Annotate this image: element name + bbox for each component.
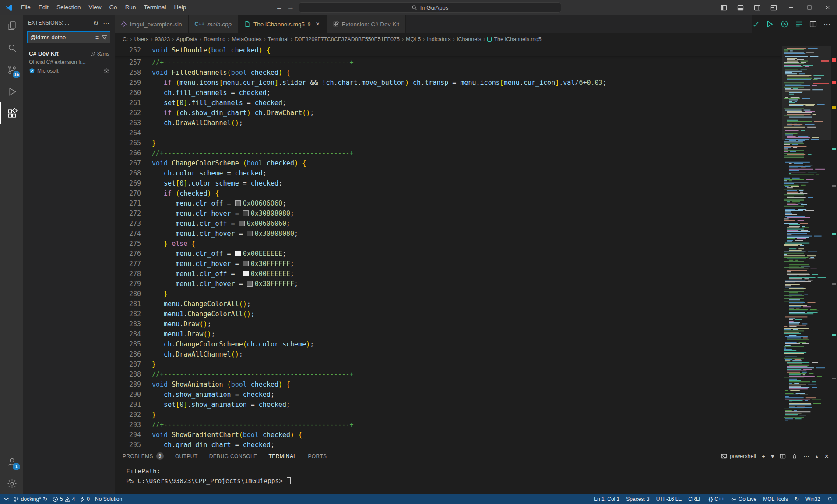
- code-line[interactable]: 288//+----------------------------------…: [115, 370, 782, 380]
- breadcrumb-item[interactable]: MetaQuotes: [232, 36, 261, 42]
- color-swatch[interactable]: [243, 271, 249, 276]
- line-number[interactable]: 288: [115, 370, 141, 380]
- code-editor[interactable]: 252void SetDouble(bool checked) { 257//+…: [115, 45, 837, 448]
- code-line[interactable]: 275 } else {: [115, 239, 782, 249]
- customize-layout-icon[interactable]: [765, 0, 782, 15]
- more-actions-icon[interactable]: ⋯: [803, 453, 809, 459]
- remote-indicator[interactable]: ><: [4, 497, 8, 502]
- notifications-bell[interactable]: [827, 497, 833, 502]
- new-terminal-icon[interactable]: +: [762, 453, 765, 459]
- tab-the-ichannels-mq5[interactable]: The iChannels.mq5 9 ✕: [238, 15, 327, 33]
- code-line[interactable]: 290 ch.show_animation = checked;: [115, 390, 782, 400]
- panel-tab-debug-console[interactable]: DEBUG CONSOLE: [209, 448, 257, 464]
- language-mode[interactable]: { }C++: [709, 496, 724, 502]
- color-swatch[interactable]: [239, 220, 245, 226]
- code-line[interactable]: 268 ch.color_scheme = checked;: [115, 168, 782, 178]
- menu-file[interactable]: File: [17, 0, 35, 15]
- run-circle-icon[interactable]: [781, 20, 788, 28]
- color-swatch[interactable]: [235, 200, 241, 206]
- extension-gear-icon[interactable]: [103, 68, 109, 74]
- line-number[interactable]: 294: [115, 430, 141, 440]
- toggle-secondary-sidebar-icon[interactable]: [749, 0, 765, 15]
- line-number[interactable]: 287: [115, 360, 141, 370]
- platform-indicator[interactable]: Win32: [805, 496, 820, 502]
- code-line[interactable]: 293//+----------------------------------…: [115, 420, 782, 430]
- code-line[interactable]: 261 set[0].fill_channels = checked;: [115, 98, 782, 108]
- code-line[interactable]: 295 ch.grad_din_chart = checked;: [115, 440, 782, 448]
- mql-status-count[interactable]: 0: [80, 496, 90, 502]
- activitybar-run-debug[interactable]: [0, 80, 23, 102]
- code-line[interactable]: 269 set[0].color_scheme = checked;: [115, 178, 782, 189]
- compile-run-icon[interactable]: [766, 20, 774, 28]
- extensions-search[interactable]: ≡: [27, 32, 110, 43]
- line-number[interactable]: 252: [115, 46, 141, 56]
- indentation-indicator[interactable]: Spaces: 3: [626, 496, 649, 502]
- minimize-button[interactable]: [782, 0, 800, 15]
- minimap[interactable]: [782, 45, 831, 448]
- line-number[interactable]: 293: [115, 420, 141, 430]
- line-number[interactable]: 264: [115, 128, 141, 138]
- code-line[interactable]: 262 if (ch.show_din_chart) ch.DrawChart(…: [115, 108, 782, 118]
- split-terminal-icon[interactable]: [780, 453, 786, 459]
- code-line[interactable]: 272 menu.clr_hover = 0x30808080;: [115, 209, 782, 219]
- color-swatch[interactable]: [247, 231, 253, 236]
- toggle-panel-icon[interactable]: [732, 0, 749, 15]
- color-swatch[interactable]: [235, 251, 241, 256]
- more-actions-icon[interactable]: ⋯: [103, 20, 109, 26]
- code-line[interactable]: 289void ShowAnimation (bool checked) {: [115, 380, 782, 390]
- overview-ruler[interactable]: [831, 45, 837, 448]
- breadcrumb-item[interactable]: MQL5: [406, 36, 421, 42]
- breadcrumb-item[interactable]: Terminal: [268, 36, 288, 42]
- code-line[interactable]: 277 menu.clr_hover = 0x30FFFFFF;: [115, 259, 782, 269]
- line-number[interactable]: 289: [115, 380, 141, 390]
- line-number[interactable]: 277: [115, 259, 141, 269]
- line-number[interactable]: 262: [115, 108, 141, 118]
- activitybar-settings[interactable]: [0, 472, 23, 494]
- tab-extension-csharp-dev-kit[interactable]: Extension: C# Dev Kit: [327, 15, 406, 33]
- maximize-panel-icon[interactable]: ▴: [815, 453, 818, 459]
- problems-indicator[interactable]: 5 4: [53, 496, 75, 502]
- code-line[interactable]: 271 menu.clr_off = 0x00606060;: [115, 199, 782, 209]
- code-line[interactable]: 258void FilledChannels(bool checked) {: [115, 68, 782, 78]
- breadcrumb-item[interactable]: 93823: [155, 36, 170, 42]
- line-number[interactable]: 280: [115, 289, 141, 299]
- activitybar-explorer[interactable]: [0, 15, 23, 37]
- line-number[interactable]: 275: [115, 239, 141, 249]
- line-number[interactable]: 292: [115, 410, 141, 420]
- refresh-icon[interactable]: ↻: [93, 20, 98, 26]
- line-number[interactable]: 276: [115, 249, 141, 259]
- activitybar-search[interactable]: [0, 37, 23, 59]
- git-branch-indicator[interactable]: docking* ↻: [14, 496, 47, 502]
- code-line[interactable]: 270 if (checked) {: [115, 189, 782, 199]
- compile-check-icon[interactable]: [752, 20, 760, 28]
- filter-lines-icon[interactable]: ≡: [95, 35, 99, 41]
- code-line[interactable]: 291 set[0].show_animation = checked;: [115, 400, 782, 410]
- line-number[interactable]: 265: [115, 138, 141, 148]
- code-line[interactable]: 278 menu1.clr_off = 0x00EEEEEE;: [115, 269, 782, 279]
- toggle-sidebar-icon[interactable]: [715, 0, 732, 15]
- go-live-button[interactable]: Go Live: [731, 496, 756, 502]
- panel-tab-terminal[interactable]: TERMINAL: [269, 448, 297, 464]
- line-number[interactable]: 272: [115, 209, 141, 219]
- code-line[interactable]: 281 menu.ChangeColorAll();: [115, 299, 782, 309]
- more-actions-icon[interactable]: ⋯: [823, 20, 831, 28]
- breadcrumb-item[interactable]: AppData: [176, 36, 197, 42]
- forward-arrow-icon[interactable]: →: [287, 4, 294, 11]
- code-line[interactable]: 280 }: [115, 289, 782, 299]
- close-button[interactable]: [819, 0, 837, 15]
- output-list-icon[interactable]: [795, 20, 803, 28]
- line-number[interactable]: 282: [115, 309, 141, 319]
- breadcrumb-item[interactable]: D0E8209F77C8CF37AD8BF550E51FF075: [295, 36, 400, 42]
- terminal-output[interactable]: FilePath: PS C:\Users\93823\CPP_Projects…: [115, 464, 837, 494]
- code-line[interactable]: 279 menu1.clr_hover = 0x30FFFFFF;: [115, 279, 782, 289]
- color-swatch[interactable]: [247, 281, 253, 287]
- menu-view[interactable]: View: [85, 0, 106, 15]
- terminal-shell-selector[interactable]: powershell: [721, 453, 756, 459]
- code-line[interactable]: 292}: [115, 410, 782, 420]
- activitybar-extensions[interactable]: [0, 102, 23, 124]
- line-number[interactable]: 284: [115, 329, 141, 340]
- encoding-indicator[interactable]: UTF-16 LE: [656, 496, 682, 502]
- tab-imgui-examples-sln[interactable]: imgui_examples.sln: [115, 15, 189, 33]
- menu-selection[interactable]: Selection: [53, 0, 85, 15]
- menu-run[interactable]: Run: [121, 0, 140, 15]
